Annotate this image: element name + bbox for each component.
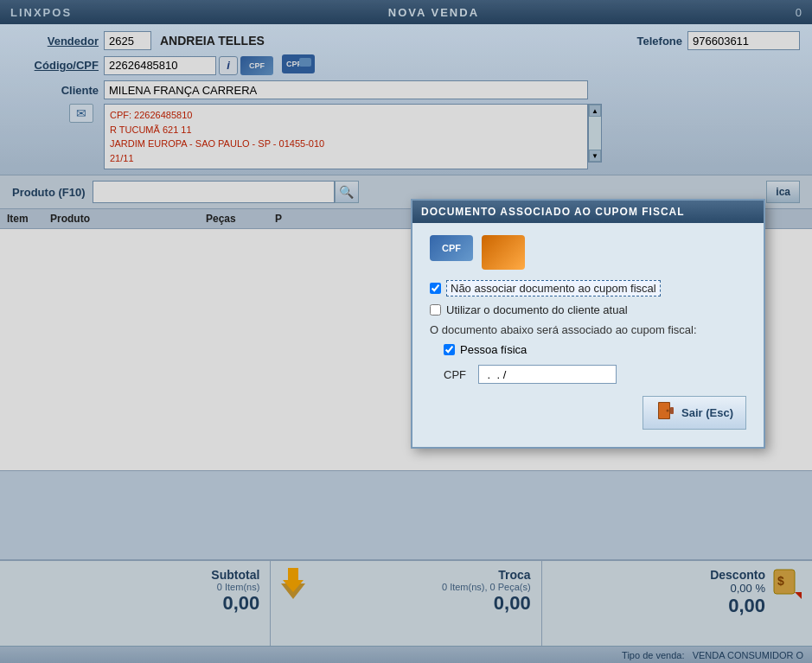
sair-button[interactable]: Sair (Esc) xyxy=(643,396,746,430)
modal-header: Documento associado ao cupom fiscal xyxy=(412,201,764,223)
nao-associar-checkbox[interactable] xyxy=(430,283,441,294)
modal-cpf-input[interactable] xyxy=(478,365,617,384)
utilizar-cliente-label: Utilizar o documento do cliente atual xyxy=(446,303,628,316)
nao-associar-label: Não associar documento ao cupom fiscal xyxy=(446,280,661,296)
modal-body: CPF Não associar documento ao cupom fisc… xyxy=(412,223,764,447)
sair-icon xyxy=(655,400,676,425)
modal-img-area: CPF xyxy=(430,235,746,271)
utilizar-cliente-checkbox[interactable] xyxy=(430,304,441,316)
checkbox-utilizar-row: Utilizar o documento do cliente atual xyxy=(430,303,746,316)
checkbox-nao-associar-row: Não associar documento ao cupom fiscal xyxy=(430,280,746,296)
svg-point-10 xyxy=(667,410,669,412)
doc-description: O documento abaixo será associado ao cup… xyxy=(430,323,746,336)
cpf-input-row: CPF xyxy=(444,365,746,384)
modal-documento: Documento associado ao cupom fiscal CPF … xyxy=(411,199,765,449)
svg-rect-11 xyxy=(670,407,674,414)
modal-cpf-label: CPF xyxy=(444,368,470,381)
door-icon xyxy=(655,400,676,421)
modal-cpf-badge: CPF xyxy=(430,235,473,261)
modal-img-placeholder xyxy=(482,235,525,270)
pessoa-fisica-label: Pessoa física xyxy=(460,343,527,356)
sair-label: Sair (Esc) xyxy=(681,406,733,419)
modal-footer: Sair (Esc) xyxy=(430,396,746,433)
pessoa-fisica-row: Pessoa física xyxy=(444,343,746,356)
pessoa-fisica-checkbox[interactable] xyxy=(444,344,455,355)
